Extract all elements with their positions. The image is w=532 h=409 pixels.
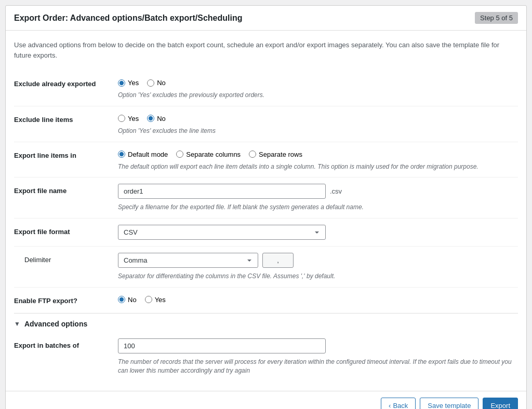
chevron-down-icon: ▼ bbox=[14, 320, 20, 328]
delimiter-input-group: Comma Tab Semicolon Pipe , bbox=[118, 253, 518, 268]
export-file-format-row: Export file format CSV Excel JSON XML bbox=[14, 219, 518, 247]
exclude-line-items-row: Exclude line items Yes No Option 'Yes' e… bbox=[14, 106, 518, 142]
export-file-name-input[interactable] bbox=[118, 184, 326, 199]
export-file-name-hint: Specify a filename for the exported file… bbox=[118, 203, 518, 212]
export-modal: Export Order: Advanced options/Batch exp… bbox=[5, 5, 527, 409]
exclude-already-exported-control: Yes No Option 'Yes' excludes the previou… bbox=[118, 77, 518, 100]
exclude-already-exported-row: Exclude already exported Yes No Option '… bbox=[14, 71, 518, 106]
delimiter-label: Delimiter bbox=[14, 253, 118, 264]
exclude-line-items-options: Yes No bbox=[118, 113, 518, 122]
export-file-name-row: Export file name .csv Specify a filename… bbox=[14, 178, 518, 219]
exclude-line-items-label: Exclude line items bbox=[14, 113, 118, 124]
export-line-items-in-options: Default mode Separate columns Separate r… bbox=[118, 148, 518, 158]
exclude-line-items-yes[interactable]: Yes bbox=[118, 115, 139, 122]
exclude-line-items-control: Yes No Option 'Yes' excludes the line it… bbox=[118, 113, 518, 135]
enable-ftp-export-control: No Yes bbox=[118, 294, 518, 304]
modal-body: Use advanced options from below to decid… bbox=[6, 31, 526, 391]
export-file-name-input-group: .csv bbox=[118, 184, 518, 199]
export-button[interactable]: Export bbox=[483, 398, 518, 409]
export-in-batches-control: The number of records that the server wi… bbox=[118, 338, 518, 375]
export-in-batches-row: Export in batches of The number of recor… bbox=[14, 332, 518, 381]
save-template-button[interactable]: Save template bbox=[420, 398, 478, 409]
exclude-line-items-no[interactable]: No bbox=[147, 115, 166, 122]
advanced-options-header[interactable]: ▼ Advanced options bbox=[14, 313, 518, 332]
enable-ftp-export-yes[interactable]: Yes bbox=[145, 296, 166, 304]
delimiter-value-display: , bbox=[262, 253, 294, 268]
back-arrow-icon: ‹ bbox=[389, 402, 391, 409]
export-file-name-control: .csv Specify a filename for the exported… bbox=[118, 184, 518, 212]
export-in-batches-label: Export in batches of bbox=[14, 338, 118, 349]
export-file-format-control: CSV Excel JSON XML bbox=[118, 225, 518, 240]
delimiter-hint: Separator for differentiating the column… bbox=[118, 272, 518, 281]
export-line-items-in-row: Export line items in Default mode Separa… bbox=[14, 142, 518, 178]
exclude-already-exported-hint: Option 'Yes' excludes the previously exp… bbox=[118, 91, 518, 100]
exclude-already-exported-yes[interactable]: Yes bbox=[118, 79, 139, 87]
export-file-format-label: Export file format bbox=[14, 225, 118, 236]
export-file-format-select[interactable]: CSV Excel JSON XML bbox=[118, 225, 326, 240]
exclude-line-items-hint: Option 'Yes' excludes the line items bbox=[118, 127, 518, 135]
export-line-items-in-hint: The default option will export each line… bbox=[118, 162, 518, 171]
delimiter-control: Comma Tab Semicolon Pipe , Separator for… bbox=[118, 253, 518, 281]
delimiter-row: Delimiter Comma Tab Semicolon Pipe , Sep… bbox=[14, 247, 518, 288]
advanced-options-title: Advanced options bbox=[24, 320, 87, 328]
export-line-items-in-control: Default mode Separate columns Separate r… bbox=[118, 148, 518, 171]
exclude-already-exported-label: Exclude already exported bbox=[14, 77, 118, 88]
export-in-batches-input[interactable] bbox=[118, 338, 326, 353]
exclude-already-exported-no[interactable]: No bbox=[147, 79, 166, 87]
enable-ftp-export-no[interactable]: No bbox=[118, 296, 137, 304]
export-line-items-in-label: Export line items in bbox=[14, 148, 118, 159]
enable-ftp-export-row: Enable FTP export? No Yes bbox=[14, 288, 518, 311]
export-file-name-label: Export file name bbox=[14, 184, 118, 195]
advanced-options-section: Export in batches of The number of recor… bbox=[14, 332, 518, 381]
page-description: Use advanced options from below to decid… bbox=[14, 40, 518, 60]
export-file-name-suffix: .csv bbox=[330, 187, 342, 195]
step-badge: Step 5 of 5 bbox=[475, 12, 518, 24]
form-section: Exclude already exported Yes No Option '… bbox=[14, 71, 518, 311]
delimiter-select[interactable]: Comma Tab Semicolon Pipe bbox=[118, 253, 258, 268]
modal-header: Export Order: Advanced options/Batch exp… bbox=[6, 6, 526, 31]
back-button[interactable]: ‹ Back bbox=[381, 398, 416, 409]
export-line-items-separate-rows[interactable]: Separate rows bbox=[249, 151, 302, 158]
enable-ftp-export-options: No Yes bbox=[118, 294, 518, 304]
export-in-batches-hint: The number of records that the server wi… bbox=[118, 358, 518, 375]
modal-footer: ‹ Back Save template Export bbox=[6, 391, 526, 409]
export-line-items-separate-columns[interactable]: Separate columns bbox=[176, 151, 241, 158]
exclude-already-exported-options: Yes No bbox=[118, 77, 518, 87]
enable-ftp-export-label: Enable FTP export? bbox=[14, 294, 118, 305]
modal-title: Export Order: Advanced options/Batch exp… bbox=[14, 13, 242, 23]
export-line-items-default-mode[interactable]: Default mode bbox=[118, 151, 168, 158]
